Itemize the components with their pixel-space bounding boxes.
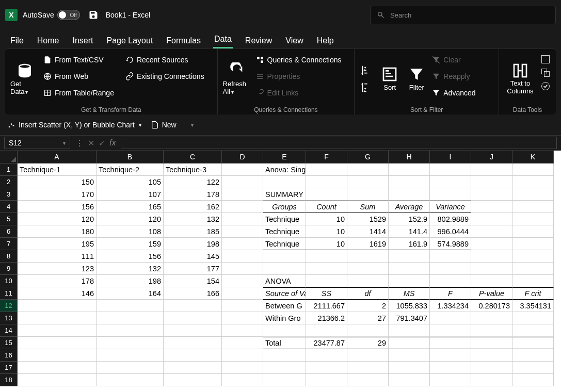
from-text-csv-button[interactable]: From Text/CSV <box>43 52 114 68</box>
cell-E15[interactable]: Total <box>263 337 306 349</box>
cell-B13[interactable] <box>97 312 164 324</box>
cell-G9[interactable] <box>347 263 389 275</box>
cell-A1[interactable]: Technique-1 <box>18 164 97 176</box>
cell-I2[interactable] <box>430 176 471 188</box>
cell-C16[interactable] <box>164 349 222 362</box>
cell-G5[interactable]: 1529 <box>347 213 389 225</box>
cell-E16[interactable] <box>263 349 306 362</box>
cell-F12[interactable]: 2111.667 <box>306 300 347 312</box>
cell-C13[interactable] <box>164 312 222 324</box>
cell-H6[interactable]: 141.4 <box>389 225 430 238</box>
cell-A8[interactable]: 111 <box>18 250 97 263</box>
cell-E13[interactable]: Within Gro <box>263 312 306 324</box>
cell-J2[interactable] <box>471 176 512 188</box>
cell-J15[interactable] <box>471 337 512 349</box>
cell-J5[interactable] <box>471 213 512 225</box>
row-header-10[interactable]: 10 <box>0 275 18 287</box>
cell-G16[interactable] <box>347 349 389 362</box>
cell-J16[interactable] <box>471 349 512 362</box>
cell-I9[interactable] <box>430 263 471 275</box>
cell-H17[interactable] <box>389 362 430 374</box>
cell-K16[interactable] <box>512 349 554 362</box>
cell-C3[interactable]: 178 <box>164 188 222 201</box>
cell-F17[interactable] <box>306 362 347 374</box>
cell-E11[interactable]: Source of Varia <box>263 287 306 300</box>
cell-D15[interactable] <box>222 337 263 349</box>
queries-connections-button[interactable]: Queries & Connections <box>256 52 342 68</box>
cell-F1[interactable] <box>306 164 347 176</box>
cell-D16[interactable] <box>222 349 263 362</box>
cell-G13[interactable]: 27 <box>347 312 389 324</box>
cell-E6[interactable]: Technique <box>263 225 306 238</box>
cell-C9[interactable]: 177 <box>164 263 222 275</box>
sort-za-icon[interactable] <box>360 81 371 93</box>
cell-A10[interactable]: 178 <box>18 275 97 287</box>
cell-B5[interactable]: 120 <box>97 213 164 225</box>
cell-I11[interactable]: F <box>430 287 471 300</box>
cell-J7[interactable] <box>471 238 512 250</box>
cell-B8[interactable]: 156 <box>97 250 164 263</box>
cell-I17[interactable] <box>430 362 471 374</box>
tab-help[interactable]: Help <box>316 33 335 48</box>
cell-F13[interactable]: 21366.2 <box>306 312 347 324</box>
data-validation-icon[interactable] <box>540 81 551 91</box>
cell-B6[interactable]: 108 <box>97 225 164 238</box>
column-header-D[interactable]: D <box>222 151 263 164</box>
cell-G12[interactable]: 2 <box>347 300 389 312</box>
cell-K10[interactable] <box>512 275 554 287</box>
remove-duplicates-icon[interactable] <box>540 68 551 78</box>
cell-I14[interactable] <box>430 324 471 337</box>
cell-A7[interactable]: 195 <box>18 238 97 250</box>
column-header-E[interactable]: E <box>263 151 306 164</box>
cell-F2[interactable] <box>306 176 347 188</box>
cell-K7[interactable] <box>512 238 554 250</box>
cell-G3[interactable] <box>347 188 389 201</box>
tab-insert[interactable]: Insert <box>71 33 94 48</box>
cell-C4[interactable]: 162 <box>164 201 222 213</box>
cell-D13[interactable] <box>222 312 263 324</box>
row-header-6[interactable]: 6 <box>0 225 18 238</box>
cell-E2[interactable] <box>263 176 306 188</box>
cell-A18[interactable] <box>18 374 97 386</box>
column-header-A[interactable]: A <box>18 151 97 164</box>
column-header-H[interactable]: H <box>389 151 430 164</box>
cell-G7[interactable]: 1619 <box>347 238 389 250</box>
column-header-F[interactable]: F <box>306 151 347 164</box>
cell-C1[interactable]: Technique-3 <box>164 164 222 176</box>
cell-K17[interactable] <box>512 362 554 374</box>
cell-I15[interactable] <box>430 337 471 349</box>
cell-J18[interactable] <box>471 374 512 386</box>
column-header-I[interactable]: I <box>430 151 471 164</box>
quick-access-more-icon[interactable]: ▾ <box>191 122 194 128</box>
cell-F3[interactable] <box>306 188 347 201</box>
tab-pagelayout[interactable]: Page Layout <box>105 33 154 48</box>
column-header-C[interactable]: C <box>164 151 222 164</box>
row-header-12[interactable]: 12 <box>0 300 18 312</box>
cell-D10[interactable] <box>222 275 263 287</box>
get-data-button[interactable]: Get Data▾ <box>10 52 39 105</box>
cell-D3[interactable] <box>222 188 263 201</box>
cell-J6[interactable] <box>471 225 512 238</box>
cell-C17[interactable] <box>164 362 222 374</box>
cell-C6[interactable]: 185 <box>164 225 222 238</box>
cell-H13[interactable]: 791.3407 <box>389 312 430 324</box>
grid-cells[interactable]: Technique-1Technique-2Technique-3Anova: … <box>18 164 554 386</box>
recent-sources-button[interactable]: Recent Sources <box>125 52 204 68</box>
cell-F15[interactable]: 23477.87 <box>306 337 347 349</box>
cell-K11[interactable]: F crit <box>512 287 554 300</box>
cell-K18[interactable] <box>512 374 554 386</box>
cell-J12[interactable]: 0.280173 <box>471 300 512 312</box>
cell-A2[interactable]: 150 <box>18 176 97 188</box>
cell-C12[interactable] <box>164 300 222 312</box>
cell-F10[interactable] <box>306 275 347 287</box>
cell-J11[interactable]: P-value <box>471 287 512 300</box>
cell-C18[interactable] <box>164 374 222 386</box>
cell-G15[interactable]: 29 <box>347 337 389 349</box>
row-header-9[interactable]: 9 <box>0 263 18 275</box>
cell-J17[interactable] <box>471 362 512 374</box>
cell-G6[interactable]: 1414 <box>347 225 389 238</box>
dropdown-icon[interactable]: ⋮ <box>75 138 84 148</box>
cell-C15[interactable] <box>164 337 222 349</box>
cell-J1[interactable] <box>471 164 512 176</box>
cell-K4[interactable] <box>512 201 554 213</box>
